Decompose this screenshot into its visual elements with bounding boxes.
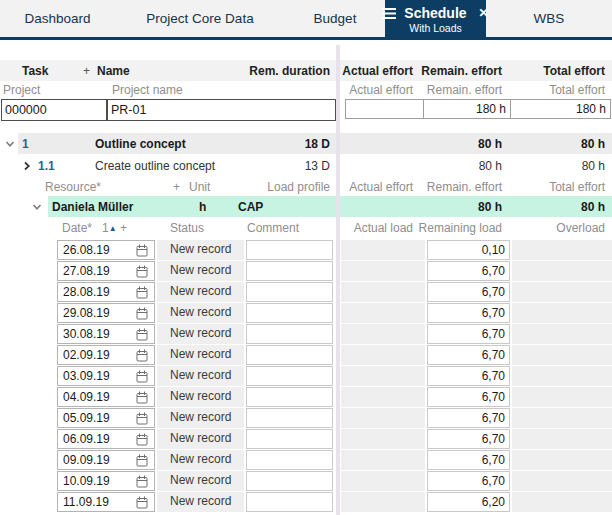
date-cell[interactable]: 04.09.19 [57,387,155,407]
remaining-load-cell[interactable]: 6,70 [427,408,510,428]
collapse-chevron-down-icon[interactable] [32,202,42,212]
date-cell[interactable]: 27.08.19 [57,261,155,281]
date-cell[interactable]: 02.09.19 [57,345,155,365]
comment-cell[interactable] [246,429,333,449]
status-value: New record [170,284,231,298]
close-tab-icon[interactable]: ✕ [479,6,489,20]
resource-load-profile: CAP [238,200,263,214]
date-cell[interactable]: 06.09.19 [57,429,155,449]
task-rem-duration: 13 D [305,159,330,173]
comment-cell[interactable] [246,450,333,470]
status-cell: New record [157,366,244,386]
project-name-input[interactable] [107,99,336,121]
comment-cell[interactable] [246,324,333,344]
task-row-1-1[interactable]: 1.1 Create outline concept 13 D 80 h 80 … [0,155,612,176]
load-row: 04.09.19 New record 6,70 [0,387,612,408]
remaining-load-cell[interactable]: 6,70 [427,303,510,323]
overload-cell [512,345,612,365]
tab-bar: Dashboard Project Core Data Budget Sched… [0,0,612,40]
remaining-load-value: 6,70 [482,411,505,425]
overload-cell [512,387,612,407]
task-row-1[interactable]: 1 Outline concept 18 D 80 h 80 h [0,133,612,154]
comment-cell[interactable] [246,303,333,323]
tab-wbs[interactable]: WBS [486,0,612,37]
date-cell[interactable]: 26.08.19 [57,240,155,260]
status-cell: New record [157,345,244,365]
date-cell[interactable]: 10.09.19 [57,471,155,491]
project-id-input[interactable] [1,99,107,121]
date-cell[interactable]: 29.08.19 [57,303,155,323]
comment-cell[interactable] [246,492,333,512]
comment-cell[interactable] [246,408,333,428]
add-column-icon[interactable]: + [173,180,180,194]
collapse-chevron-down-icon[interactable] [5,139,15,149]
date-cell[interactable]: 05.09.19 [57,408,155,428]
overload-cell [512,408,612,428]
remaining-load-cell[interactable]: 6,70 [427,387,510,407]
col-header-date: Date* [62,221,92,235]
add-column-icon[interactable]: + [120,221,127,235]
status-value: New record [170,473,231,487]
date-cell[interactable]: 03.09.19 [57,366,155,386]
comment-cell[interactable] [246,387,333,407]
col-header-actual-effort: Actual effort [349,83,413,97]
remaining-load-cell[interactable]: 6,70 [427,282,510,302]
actual-load-cell [341,492,425,512]
date-cell[interactable]: 09.09.19 [57,450,155,470]
remaining-load-cell[interactable]: 6,70 [427,345,510,365]
overload-cell [512,282,612,302]
add-column-icon[interactable]: + [83,64,90,78]
tab-dashboard[interactable]: Dashboard [0,0,115,37]
date-value: 30.08.19 [63,327,110,341]
calendar-icon[interactable] [136,496,148,515]
actual-load-cell [341,303,425,323]
load-row: 09.09.19 New record 6,70 [0,450,612,471]
date-cell[interactable]: 28.08.19 [57,282,155,302]
comment-cell[interactable] [246,261,333,281]
sort-order: 1 [102,221,109,235]
date-cell[interactable]: 11.09.19 [57,492,155,512]
resource-row[interactable]: Daniela Müller h CAP 80 h 80 h [0,196,612,217]
remaining-load-cell[interactable]: 6,20 [427,492,510,512]
load-row: 26.08.19 New record 0,10 [0,240,612,261]
actual-load-cell [341,240,425,260]
table-header-row: Task + Name Rem. duration Actual effort … [0,60,612,81]
remaining-load-cell[interactable]: 6,70 [427,366,510,386]
status-value: New record [170,305,231,319]
remaining-load-cell[interactable]: 0,10 [427,240,510,260]
comment-cell[interactable] [246,471,333,491]
remaining-load-cell[interactable]: 6,70 [427,324,510,344]
date-value: 09.09.19 [63,453,110,467]
resource-remain-effort: 80 h [478,200,502,214]
actual-load-cell [341,429,425,449]
status-cell: New record [157,492,244,512]
remaining-load-cell[interactable]: 6,70 [427,429,510,449]
tab-sublabel: With Loads [409,22,462,34]
tab-budget[interactable]: Budget [285,0,385,37]
remaining-load-value: 6,70 [482,453,505,467]
status-value: New record [170,431,231,445]
status-cell: New record [157,303,244,323]
comment-cell[interactable] [246,282,333,302]
tab-project-core-data[interactable]: Project Core Data [115,0,285,37]
col-header-unit: Unit [189,180,210,194]
sort-indicator[interactable]: 1▲ + [102,221,127,235]
col-header-status: Status [170,221,204,235]
actual-load-cell [341,471,425,491]
remaining-load-cell[interactable]: 6,70 [427,471,510,491]
tab-label: Budget [314,11,357,26]
comment-cell[interactable] [246,366,333,386]
menu-icon[interactable] [382,8,396,19]
load-row: 02.09.19 New record 6,70 [0,345,612,366]
remaining-load-cell[interactable]: 6,70 [427,261,510,281]
comment-cell[interactable] [246,345,333,365]
comment-cell[interactable] [246,240,333,260]
status-value: New record [170,263,231,277]
remaining-load-cell[interactable]: 6,70 [427,450,510,470]
expand-chevron-right-icon[interactable] [22,161,32,171]
col-header-actual-load: Actual load [354,221,413,235]
status-cell: New record [157,450,244,470]
date-cell[interactable]: 30.08.19 [57,324,155,344]
overload-cell [512,492,612,512]
tab-schedule[interactable]: Schedule ✕ With Loads [385,0,486,40]
